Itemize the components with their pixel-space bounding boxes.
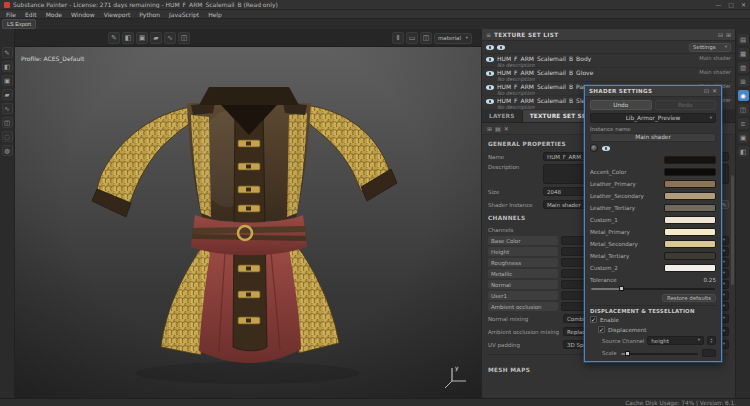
tolerance-slider[interactable] [590,285,716,292]
visibility-eye-icon[interactable] [486,83,494,91]
pause-icon[interactable]: Ⅱ [392,32,404,44]
slider-thumb[interactable] [619,286,624,291]
delete-layer-icon[interactable]: ✕ [504,126,509,132]
menu-item[interactable]: JavaScript [169,11,199,18]
menu-item[interactable]: Viewport [104,11,131,18]
expand-panel-icon[interactable]: ⊞ [726,32,731,38]
clone-tool-icon[interactable]: ◫ [2,117,13,128]
history-panel-icon[interactable]: ≡ [738,118,749,129]
visibility-eye-icon[interactable] [486,69,494,77]
armor-model[interactable] [15,47,481,398]
color-swatch[interactable] [664,156,716,164]
eraser-tool-icon[interactable]: ◧ [122,32,134,44]
viewer-settings-panel-icon[interactable]: ◧ [738,146,749,157]
menu-item[interactable]: Window [71,11,95,18]
quick-mask-icon[interactable]: ◍ [2,145,13,156]
smudge-tool-icon[interactable]: ∿ [2,103,13,114]
scale-label: Scale [602,350,617,356]
color-swatch[interactable] [664,168,716,176]
minimize-button[interactable]: — [715,1,721,8]
color-swatch[interactable] [664,180,716,188]
log-panel-icon[interactable]: ▣ [738,132,749,143]
collapse-panel-icon[interactable]: ⊟ [718,32,723,38]
shader-settings-panel-icon[interactable]: ◉ [738,90,749,101]
source-channel-dropdown[interactable]: height [647,336,704,345]
axis-gizmo: y [443,362,469,390]
split-view-icon[interactable]: ◫ [420,32,432,44]
shader-ball-icon[interactable] [590,144,598,152]
enable-checkbox[interactable] [590,316,597,323]
menu-item[interactable]: Mode [46,11,62,18]
texture-set-item[interactable]: HUM_F_ARM_Scalemail_B_Glove No descripti… [482,68,735,82]
shader-settings-header[interactable]: SHADER SETTINGS ⊡✕ [585,86,721,97]
close-icon[interactable]: ✕ [712,88,717,94]
clone-tool-icon[interactable]: ◫ [178,32,190,44]
redo-button[interactable]: Redo [655,100,717,110]
shader-parameter-list: Accent_Color Leather_Primary Leather_Sec… [590,154,716,274]
restore-defaults-button[interactable]: Restore defaults [662,294,716,303]
display-settings-panel-icon[interactable]: ▤ [738,34,749,45]
3d-viewport[interactable]: Profile: ACES_Default y [15,47,481,398]
paint-tool-icon[interactable]: ✎ [108,32,120,44]
menu-item[interactable]: Python [139,11,160,18]
panel-menu-icon[interactable]: ≡ [486,32,491,38]
camera-view-icon[interactable]: ▭ [406,32,418,44]
displacement-checkbox[interactable] [598,326,605,333]
layers-panel-icon[interactable]: ▥ [738,62,749,73]
slider-thumb[interactable] [625,351,630,356]
polygon-fill-tool-icon[interactable]: ▰ [2,89,13,100]
color-swatch[interactable] [664,216,716,224]
add-layer-icon[interactable]: ⊞ [487,126,492,132]
projection-tool-icon[interactable]: ▣ [2,75,13,86]
instance-name-value[interactable]: Main shader [590,133,716,142]
scale-slider[interactable] [620,350,699,357]
undo-button[interactable]: Undo [590,100,652,110]
texture-set-settings-dropdown[interactable]: Settings [689,43,731,52]
shelf-panel-icon[interactable]: ▦ [738,48,749,59]
close-button[interactable]: ✕ [741,1,746,8]
color-swatch[interactable] [664,252,716,260]
scale-value-box[interactable] [702,349,716,357]
color-swatch[interactable] [664,204,716,212]
shader-select-dropdown[interactable]: Lib_Armor_Preview [590,113,716,123]
stepper-icon[interactable] [707,336,716,345]
display-mode-dropdown[interactable]: material [434,33,472,44]
menu-item[interactable]: File [6,11,16,18]
shader-parameter-row: Leather_Primary [590,178,716,190]
dock-panel-icon[interactable]: ⊡ [704,88,709,94]
tolerance-value: 0.25 [704,277,716,283]
visibility-eye-icon[interactable] [486,97,494,105]
visibility-eye-icon[interactable] [602,144,610,152]
shader-instance-label: Shader Instance [488,202,540,208]
menu-item[interactable]: Edit [25,11,37,18]
texture-set-panel-icon[interactable]: ◫ [738,104,749,115]
add-folder-icon[interactable]: ▤ [495,126,501,132]
smudge-tool-icon[interactable]: ∿ [164,32,176,44]
maximize-button[interactable]: ▢ [728,1,734,8]
channel-name: Normal [488,280,558,289]
color-swatch[interactable] [664,240,716,248]
top-toolbar: ✎◧▣▰∿◫ Ⅱ ▭◫ material [15,29,481,47]
tab[interactable]: LAYERS [482,110,523,122]
source-channel-label: Source Channel [602,338,644,344]
visibility-eye-icon[interactable] [486,43,494,51]
visibility-eye-icon[interactable] [497,43,505,51]
visibility-eye-icon[interactable] [486,55,494,63]
texture-set-item[interactable]: HUM_F_ARM_Scalemail_B_Body No descriptio… [482,54,735,68]
scrollbar[interactable] [731,175,734,285]
channel-name: Ambient occlusion [488,302,558,311]
texture-set-list-title: TEXTURE SET LIST [494,32,558,38]
color-swatch[interactable] [664,192,716,200]
properties-panel-icon[interactable]: ⊞ [738,76,749,87]
eraser-tool-icon[interactable]: ◧ [2,61,13,72]
parameter-label: Accent_Color [590,169,626,175]
chevron-down-icon [723,271,725,276]
color-swatch[interactable] [664,228,716,236]
projection-tool-icon[interactable]: ▣ [136,32,148,44]
material-picker-icon[interactable]: ◌ [2,131,13,142]
polygon-fill-tool-icon[interactable]: ▰ [150,32,162,44]
export-button[interactable]: LS Export [2,19,36,29]
color-swatch[interactable] [664,264,716,272]
menu-item[interactable]: Help [208,11,222,18]
paint-tool-icon[interactable]: ✎ [2,47,13,58]
